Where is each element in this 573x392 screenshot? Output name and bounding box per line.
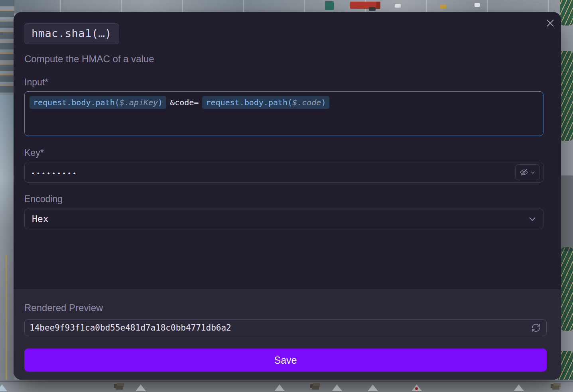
backdrop-shadow — [561, 175, 573, 251]
save-button[interactable]: Save — [24, 349, 547, 372]
backdrop-grass-patch — [561, 247, 573, 331]
backdrop-vehicle — [440, 5, 446, 8]
encoding-selected-value: Hex — [32, 214, 49, 224]
input-expression-editor[interactable]: request.body.path($.apiKey) &code= reque… — [24, 91, 543, 136]
backdrop-taxi-line — [6, 255, 7, 392]
rendered-preview-label: Rendered Preview — [24, 302, 103, 313]
rendered-preview-value: 14bee9f93f1ca0bd55e481d7a18c0bb4771db6a2 — [30, 323, 231, 333]
key-field-label: Key* — [24, 148, 44, 158]
dialog-subtitle: Compute the HMAC of a value — [24, 53, 154, 65]
rendered-preview-field: 14bee9f93f1ca0bd55e481d7a18c0bb4771db6a2 — [24, 319, 547, 336]
encoding-field-label: Encoding — [24, 194, 63, 205]
chip-code-text: ) — [321, 98, 326, 107]
expression-chip[interactable]: request.body.path($.code) — [202, 96, 329, 109]
encoding-select[interactable]: Hex — [24, 209, 543, 229]
chip-code-text: ) — [158, 98, 163, 107]
expression-plain-text: &code= — [170, 98, 199, 107]
backdrop-cargo-carts — [552, 386, 559, 390]
backdrop-cargo-carts — [312, 386, 319, 390]
backdrop-cargo-carts — [116, 386, 123, 390]
chevron-down-icon — [528, 215, 537, 223]
backdrop-grass-patch — [560, 0, 573, 26]
backdrop-vehicle — [475, 3, 480, 7]
expression-chip[interactable]: request.body.path($.apiKey) — [30, 96, 166, 109]
refresh-icon[interactable] — [530, 321, 542, 334]
backdrop-truck — [350, 2, 380, 9]
dialog-footer: Rendered Preview 14bee9f93f1ca0bd55e481d… — [14, 289, 561, 380]
chip-code-text: request.body.path( — [33, 98, 120, 107]
masked-key-value: ••••••••• — [32, 168, 79, 177]
backdrop-terminal-edge — [0, 381, 573, 382]
dialog-title-badge: hmac.sha1(…) — [24, 23, 119, 44]
key-secret-input[interactable]: ••••••••• — [24, 162, 543, 183]
chip-arg-text: $.code — [292, 98, 321, 107]
backdrop-vehicle — [325, 1, 334, 10]
chevron-down-icon — [530, 170, 536, 175]
backdrop-vehicle — [395, 4, 401, 8]
eye-off-icon — [520, 168, 528, 177]
input-field-label: Input* — [24, 77, 48, 88]
chip-arg-text: $.apiKey — [120, 98, 158, 107]
backdrop-road-strip — [0, 0, 573, 14]
chip-code-text: request.body.path( — [206, 98, 292, 107]
backdrop-vehicle — [369, 7, 376, 11]
reveal-key-button[interactable] — [515, 164, 540, 180]
expression-token-row: request.body.path($.apiKey) &code= reque… — [30, 96, 329, 109]
hmac-policy-dialog: hmac.sha1(…) Compute the HMAC of a value… — [14, 12, 561, 380]
backdrop-tarmac-left — [0, 95, 14, 392]
close-icon[interactable] — [543, 16, 557, 30]
backdrop-terminal-roof — [0, 0, 14, 95]
